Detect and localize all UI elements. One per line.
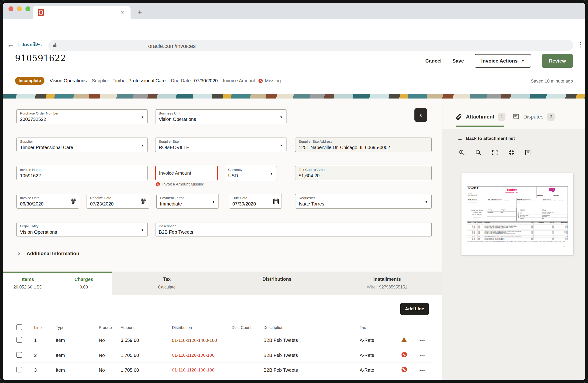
supplier-field[interactable]: Supplier Timber Professional Care ▼ <box>17 138 148 152</box>
invoice-amount-field[interactable]: Invoice Amount <box>155 166 218 180</box>
description-field[interactable]: Description B2B Feb Tweets <box>155 222 432 237</box>
back-icon[interactable]: ← <box>7 40 14 48</box>
tab-charges[interactable]: Charges 0.00 <box>56 273 112 295</box>
dropdown-icon[interactable]: ▼ <box>280 144 283 147</box>
payment-terms-field[interactable]: Payment Terms Immediate ▼ <box>156 194 219 209</box>
fullscreen-icon[interactable] <box>492 149 498 156</box>
due-date-field-label: Due Date <box>232 196 278 200</box>
cancel-button[interactable]: Cancel <box>425 58 441 64</box>
new-tab-button[interactable]: + <box>138 8 142 17</box>
status-bar: Incomplete Vision Operations Supplier: T… <box>15 77 281 85</box>
breadcrumb-invoices-link[interactable]: Invoices <box>23 42 42 47</box>
browser-menu-icon[interactable]: ⋮ <box>577 41 584 48</box>
due-date-label: Due Date: <box>171 78 192 83</box>
currency-field[interactable]: Currency USD ▼ <box>225 166 277 180</box>
col-prorate: Prorate <box>99 325 121 330</box>
tab-items-label: Items <box>0 277 56 282</box>
dropdown-icon[interactable]: ▼ <box>141 115 144 119</box>
requester-field[interactable]: Requester Isaac Torres ▼ <box>295 194 432 209</box>
disputes-count-badge: 2 <box>547 113 555 121</box>
purchase-order-field[interactable]: Purchase Order Number 2003732522 ▼ <box>17 109 148 124</box>
business-unit-field[interactable]: Business Unit Vision Operarions ▼ <box>155 109 287 124</box>
calendar-icon[interactable] <box>273 198 279 204</box>
row-menu-icon[interactable]: ••• <box>420 339 425 343</box>
requester-value: Isaac Torres <box>299 201 428 207</box>
tab-items[interactable]: Items 20,052.60 USD <box>0 273 56 295</box>
tab-tax[interactable]: Tax Calculate <box>112 272 222 295</box>
invoice-lines-table: Line Type Prorate Amount Distribution Di… <box>17 323 432 377</box>
col-description: Description <box>263 325 360 330</box>
row-checkbox[interactable] <box>17 337 22 343</box>
row-menu-icon[interactable]: ••• <box>420 368 425 372</box>
receive-date-field[interactable]: Receive Date 07/23/2020 <box>86 194 149 209</box>
close-tab-icon[interactable]: ✕ <box>120 9 125 15</box>
description-label: Description <box>159 224 428 228</box>
dropdown-icon[interactable]: ▼ <box>280 115 283 119</box>
legal-entity-field[interactable]: Legal Entity Vision Operations ▼ <box>17 222 148 237</box>
address-field[interactable] <box>48 40 573 51</box>
line-prorate: No <box>99 338 121 343</box>
line-tax: A-Rate <box>360 367 395 373</box>
dropdown-icon[interactable]: ▼ <box>270 172 273 175</box>
inactive-tab-group: Tax Calculate Distributions Installments… <box>112 272 442 295</box>
review-button[interactable]: Review <box>542 54 573 68</box>
maximize-window-button[interactable] <box>25 6 30 11</box>
tab-attachment[interactable]: Attachment 1 <box>456 113 505 121</box>
dropdown-icon[interactable]: ▼ <box>141 228 144 232</box>
warning-icon: ! <box>401 337 407 342</box>
due-date-field[interactable]: Due Date 07/30/2020 <box>229 194 282 209</box>
collapse-panel-button[interactable]: ‹ <box>414 108 427 122</box>
zoom-in-icon[interactable] <box>459 149 465 156</box>
row-checkbox[interactable] <box>17 367 22 372</box>
calendar-icon[interactable] <box>141 198 147 204</box>
save-button[interactable]: Save <box>452 58 464 64</box>
line-tax: A-Rate <box>360 353 395 358</box>
invoice-amount-missing: Missing <box>265 78 281 83</box>
preview-remit-lines: Timber- Professional CareRomeovilleCHICA… <box>468 192 486 196</box>
preview-shipping-label: SHIPPING <box>517 208 520 222</box>
invoice-actions-button[interactable]: Invoice Actions ▼ <box>475 54 531 68</box>
preview-item-row: 12CS25830KLEENEX ULTRA FACIAL TISSUE UPR… <box>467 226 568 227</box>
open-in-new-icon[interactable] <box>525 149 531 156</box>
line-prorate: No <box>99 367 121 373</box>
tab-distributions[interactable]: Distributions <box>222 272 332 295</box>
row-checkbox[interactable] <box>17 352 22 358</box>
description-value: B2B Feb Tweets <box>159 229 428 235</box>
invoice-number-value: 10591622 <box>20 173 144 179</box>
distribution-link[interactable]: 01-110-1120-100-100 <box>172 367 232 373</box>
supplier-site-field[interactable]: Supplier Site ROMEOVILLE ▼ <box>155 138 287 152</box>
browser-tab[interactable]: ✕ <box>33 6 130 19</box>
url-bar: ← → ↻ oracle.com/invoices ⋮ <box>0 19 588 33</box>
dropdown-icon[interactable]: ▼ <box>212 200 215 204</box>
add-line-button[interactable]: Add Line <box>400 303 429 315</box>
select-all-checkbox[interactable] <box>17 324 22 330</box>
line-prorate: No <box>99 353 121 358</box>
calendar-icon[interactable] <box>71 198 76 204</box>
close-window-button[interactable] <box>8 6 13 11</box>
back-to-attachment-list[interactable]: ← Back to attachment list <box>457 136 515 141</box>
payment-terms-value: Immediate <box>160 201 215 207</box>
tab-disputes[interactable]: Disputes 2 <box>513 113 555 121</box>
breadcrumb[interactable]: ↑ Invoices <box>17 42 42 48</box>
zoom-out-icon[interactable] <box>475 149 482 156</box>
distribution-link[interactable]: 01-110-1120-100-100 <box>172 353 232 358</box>
preview-toolbar <box>459 149 531 156</box>
decorative-banner <box>0 94 588 99</box>
invoice-number-field[interactable]: Invoice Number 10591622 <box>17 166 148 180</box>
error-icon <box>401 367 407 372</box>
invoice-date-field[interactable]: Invoice Date 06/30/2020 <box>17 194 79 209</box>
minimize-window-button[interactable] <box>17 6 22 11</box>
row-menu-icon[interactable]: ••• <box>420 354 425 358</box>
purchase-order-value: 2003732522 <box>20 117 144 122</box>
due-date-field-value: 07/30/2020 <box>232 201 278 207</box>
preview-order-rows: Sales order2003732522Ordered ByIsaac Tor… <box>487 208 517 218</box>
distribution-link[interactable]: 01-110-1120-1400-100 <box>172 338 232 343</box>
line-tax: A-Rate <box>360 338 395 343</box>
dropdown-icon[interactable]: ▼ <box>425 200 428 204</box>
collapse-view-icon[interactable] <box>508 149 515 156</box>
dropdown-icon[interactable]: ▼ <box>141 144 144 147</box>
lines-header-row: Line Type Prorate Amount Distribution Di… <box>17 323 432 333</box>
tab-installments[interactable]: Installments Wire:927985955151 <box>332 272 442 295</box>
additional-information-toggle[interactable]: › Additional Information <box>18 251 79 256</box>
attachment-preview[interactable]: INVOICE REMIT TO Timber- Professional Ca… <box>462 173 573 255</box>
